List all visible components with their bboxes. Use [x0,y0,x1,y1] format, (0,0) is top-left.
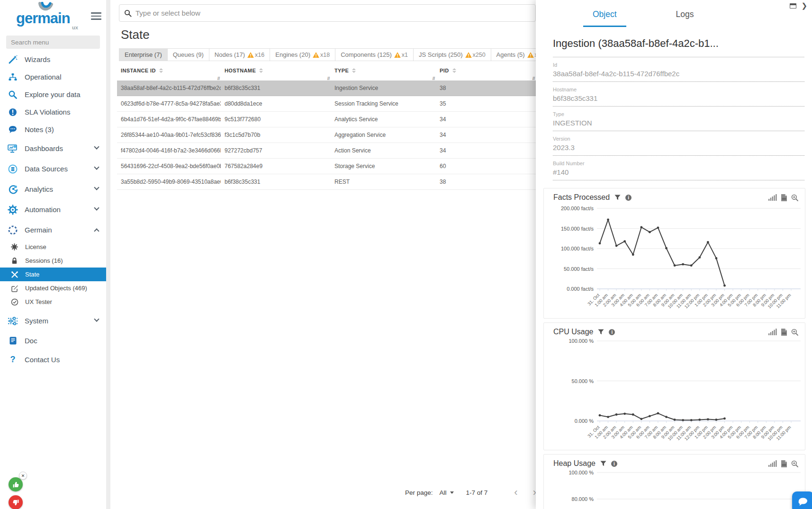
sidebar-item-ux-tester[interactable]: UX Tester [0,295,106,309]
dismiss-feedback-button[interactable]: ✕ [19,472,27,480]
column-resize-handle[interactable]: // [433,76,435,81]
search-icon [8,89,18,100]
field-id: Id 38aa58af-b8ef-4a2c-b115-472d76ffbe2c [553,57,804,82]
column-header-pid[interactable]: PID // [436,68,536,73]
svg-text:0.000 %: 0.000 % [575,418,594,424]
csv-icon[interactable] [781,194,787,201]
previous-page-button[interactable]: ‹ [506,485,525,500]
sidebar-item-license[interactable]: License [0,240,106,254]
per-page-select[interactable]: All [440,489,454,496]
per-page-label: Per page: [405,489,433,496]
table-row[interactable]: 3a55b8d2-5950-49b9-8069-43510a8ae611 b6f… [117,174,536,190]
zoom-in-icon[interactable] [791,194,798,201]
column-resize-handle[interactable]: // [217,76,220,81]
tab-components[interactable]: Components (125) x1 [335,48,414,61]
csv-icon[interactable] [781,460,787,467]
sidebar-item-operational[interactable]: Operational [0,68,106,86]
warning-icon [465,52,472,58]
bar-chart-icon[interactable] [768,329,777,335]
pagination: Per page: All 1-7 of 7 ‹ › [405,484,544,501]
search-icon [124,9,132,17]
sidebar-item-wizards[interactable]: Wizards [0,51,106,68]
logo-sub: ux [72,25,106,30]
funnel-icon[interactable] [614,195,621,201]
sort-icon[interactable] [259,68,263,73]
logo-text: germain [16,10,70,27]
tab-enterprise[interactable]: Enterprise (7) [119,48,168,61]
svg-text:100.000 %: 100.000 % [568,470,594,475]
field-build-number: Build Number #140 [553,156,804,180]
csv-icon[interactable] [781,329,787,336]
sidebar-item-data-sources[interactable]: Data Sources [0,159,106,179]
sidebar-item-doc[interactable]: Doc [0,331,106,350]
bar-chart-icon[interactable] [768,194,777,201]
cpu-usage-chart: 100.000 %50.000 %0.000 %31. Oct1:00 am2:… [548,338,803,448]
sidebar: germain ux Wizards Operational Explore y… [0,0,106,509]
zoom-in-icon[interactable] [791,329,798,336]
window-icon[interactable] [790,3,796,9]
warning-icon [313,52,319,58]
tab-nodes[interactable]: Nodes (17) x16 [209,48,270,61]
tab-queues[interactable]: Queues (9) [168,48,209,61]
object-search-input[interactable] [135,9,531,17]
chevron-down-icon [94,316,99,321]
table-row[interactable]: 6b4a1d76-51ef-4d2a-9f0c-67fae88469bd 9c5… [117,112,536,127]
table-row[interactable]: f47802d4-0046-416f-b7a2-3e3466d066b0 927… [117,143,536,159]
edit-icon [10,284,18,292]
svg-text:0.000 fact/s: 0.000 fact/s [567,286,594,292]
column-header-type[interactable]: TYPE // [331,68,436,73]
collapse-panel-icon[interactable]: ❯ [801,3,807,9]
sidebar-search-input[interactable] [6,36,100,49]
info-icon[interactable]: i [625,195,632,201]
question-icon: ? [8,354,18,365]
sidebar-item-dashboards[interactable]: Dashboards [0,138,106,159]
bar-chart-icon[interactable] [768,460,777,467]
sidebar-item-germain[interactable]: Germain [0,220,106,240]
sidebar-item-system[interactable]: System [0,311,106,331]
funnel-icon[interactable] [598,329,604,335]
sidebar-item-notes[interactable]: Notes (3) [0,121,106,138]
column-resize-handle[interactable]: // [327,76,330,81]
sidebar-item-sessions[interactable]: Sessions (16) [0,254,106,268]
thumbs-up-button[interactable] [9,477,23,491]
funnel-icon[interactable] [600,461,606,467]
sitemap-icon [8,72,18,82]
svg-text:100.000 %: 100.000 % [568,338,594,344]
table-row[interactable]: 38aa58af-b8ef-4a2c-b115-472d76ffbe2c b6f… [117,80,536,96]
column-resize-handle[interactable]: // [532,76,535,81]
sort-icon[interactable] [159,68,163,73]
tools-icon [10,270,18,278]
sidebar-item-sla-violations[interactable]: SLA Violations [0,103,106,121]
chat-launcher-button[interactable] [792,491,812,509]
chat-bubble-icon [8,125,18,135]
tab-logs[interactable]: Logs [667,9,704,27]
sidebar-item-updated-objects[interactable]: Updated Objects (469) [0,281,106,295]
state-tabbar: Enterprise (7) Queues (9) Nodes (17) x16… [119,48,585,61]
sidebar-item-automation[interactable]: Automation [0,199,106,220]
svg-text:80.000 %: 80.000 % [572,496,594,502]
object-search-bar [119,4,536,22]
table-row[interactable]: 26f85344-ae10-40aa-9b01-7efc53cf8366 f3c… [117,127,536,143]
sidebar-item-state[interactable]: State [0,268,106,281]
sidebar-item-contact-us[interactable]: ? Contact Us [0,350,106,369]
chevron-up-icon [94,228,99,233]
zoom-in-icon[interactable] [791,460,798,467]
thumbs-down-button[interactable] [9,495,23,509]
sidebar-item-analytics[interactable]: Analytics [0,179,106,199]
column-header-hostname[interactable]: HOSTNAME // [221,68,331,73]
sidebar-item-explore[interactable]: Explore your data [0,86,106,103]
info-icon[interactable]: i [611,461,617,467]
column-header-instance-id[interactable]: INSTANCE ID // [117,68,221,73]
state-table: INSTANCE ID // HOSTNAME // TYPE // PID /… [117,64,536,190]
table-row[interactable]: 0623df6d-b78e-4777-8c5a-94278fa5ae36 d80… [117,96,536,112]
info-icon[interactable]: i [609,329,615,335]
sort-icon[interactable] [452,68,456,73]
tab-js-scripts[interactable]: JS Scripts (250) x250 [414,48,491,61]
table-row[interactable]: 56431696-22cf-4508-9ea2-bde56f0ae0b7 767… [117,159,536,174]
sort-icon[interactable] [352,68,356,73]
hamburger-icon[interactable] [91,10,101,22]
wand-icon [8,54,18,65]
tab-object[interactable]: Object [583,9,626,27]
tab-engines[interactable]: Engines (20) x18 [270,48,335,61]
svg-text:50.000 fact/s: 50.000 fact/s [564,266,594,272]
